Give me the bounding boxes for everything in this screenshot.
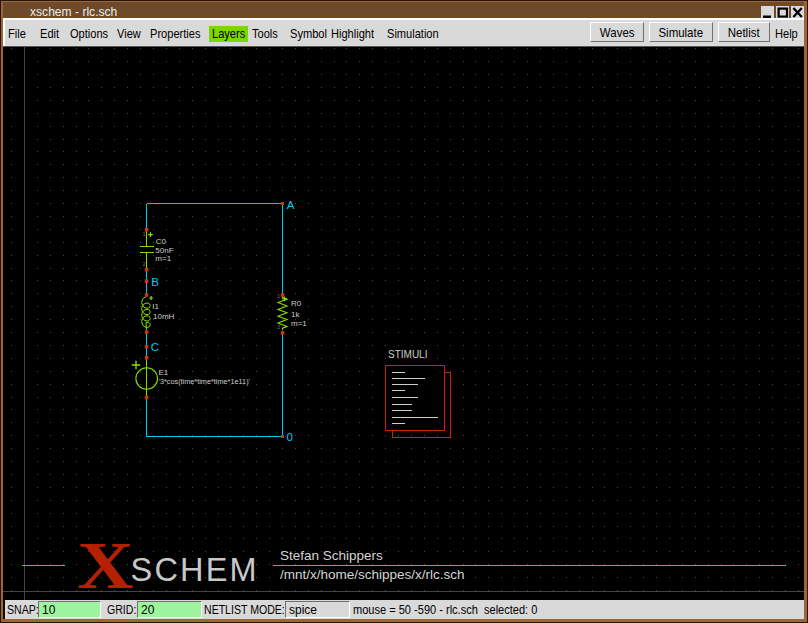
svg-text:m=1: m=1 <box>155 254 171 263</box>
svg-text:B: B <box>151 276 159 288</box>
svg-text:X: X <box>77 527 134 600</box>
svg-text:R0: R0 <box>291 299 302 308</box>
svg-text:E1: E1 <box>159 368 169 377</box>
svg-text:C0: C0 <box>156 237 167 246</box>
svg-text:STIMULI: STIMULI <box>388 349 427 360</box>
svg-text:1: 1 <box>143 231 146 237</box>
svg-text:'3*cos(time*time*time*1e11)': '3*cos(time*time*time*1e11)' <box>159 377 251 386</box>
svg-text:2: 2 <box>277 324 280 330</box>
svg-text:C: C <box>151 341 159 353</box>
svg-text:2: 2 <box>143 261 146 267</box>
svg-text:I1: I1 <box>152 302 159 311</box>
svg-text:Stefan Schippers: Stefan Schippers <box>280 548 383 563</box>
svg-text:1: 1 <box>277 293 280 299</box>
svg-text:10mH: 10mH <box>153 312 175 321</box>
svg-text:A: A <box>287 199 295 211</box>
svg-text:0: 0 <box>287 431 293 443</box>
svg-text:1k: 1k <box>291 310 300 319</box>
svg-text:m=1: m=1 <box>291 319 307 328</box>
svg-text:SCHEM: SCHEM <box>131 552 259 588</box>
svg-text:/mnt/x/home/schippes/x/rlc.sch: /mnt/x/home/schippes/x/rlc.sch <box>280 567 465 582</box>
